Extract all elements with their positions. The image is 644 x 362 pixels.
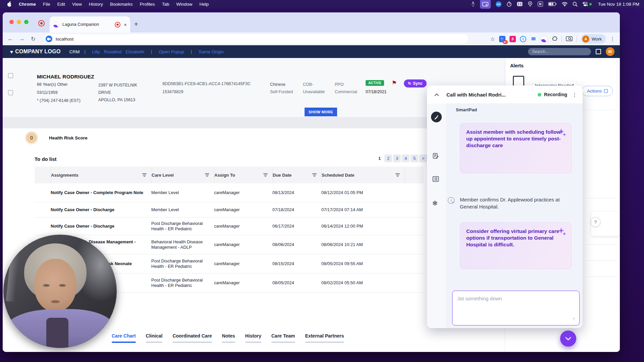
new-tab-button[interactable]: + — [134, 20, 138, 28]
browser-menu-icon[interactable]: ⋮ — [610, 36, 615, 42]
menubar-clock[interactable]: Tue Nov 18 1:08 PM — [598, 2, 639, 7]
menu-history[interactable]: History — [89, 2, 103, 7]
sync-button[interactable]: ↻ Sync — [404, 79, 427, 87]
search-tabs-icon[interactable] — [566, 36, 573, 42]
note-input[interactable] — [452, 291, 579, 314]
back-icon[interactable]: ← — [5, 36, 16, 42]
camera-permission-icon[interactable] — [46, 36, 52, 42]
nav-link-same-origin[interactable]: Same Origin — [199, 49, 224, 54]
browser-tab-active[interactable]: Laguna Companion × — [50, 16, 130, 33]
menu-bookmarks[interactable]: Bookmarks — [110, 2, 133, 7]
health-risk-score-circle: 0 — [25, 131, 38, 144]
header-assignments[interactable]: Assignments — [51, 167, 151, 183]
table-row[interactable]: Notify Case Owner - Complete Program Not… — [35, 183, 424, 202]
podcast-icon[interactable] — [528, 0, 533, 8]
filter-icon[interactable] — [395, 173, 400, 177]
page-1[interactable]: 1 — [376, 155, 383, 162]
user-avatar[interactable]: IR — [606, 47, 614, 56]
extension-1password-icon[interactable]: 1 — [520, 36, 526, 42]
nav-link-open-popup[interactable]: Open Popup — [159, 49, 184, 54]
filter-icon[interactable] — [205, 173, 209, 177]
form-list-icon[interactable] — [432, 176, 439, 182]
extension-mail-icon[interactable]: ✉ — [530, 36, 537, 42]
crm-app-label[interactable]: CRM — [69, 49, 80, 54]
nav-link-rosalind[interactable]: Rosalind — [104, 49, 122, 54]
ai-suggestion-card-2[interactable]: Consider offering virtual primary care o… — [460, 222, 572, 269]
menu-tab[interactable]: Tab — [162, 2, 169, 7]
tab-care-chart[interactable]: Care Chart — [108, 333, 139, 343]
tab-external-partners[interactable]: External Partners — [302, 333, 347, 343]
tab-clinical[interactable]: Clinical — [143, 333, 166, 343]
screen-share-icon[interactable] — [480, 0, 491, 9]
filter-icon[interactable] — [142, 173, 147, 177]
page-5[interactable]: 5 — [411, 155, 418, 162]
crm-search-input[interactable]: Search... — [528, 48, 591, 55]
reload-icon[interactable]: ↻ — [28, 36, 39, 43]
menu-help[interactable]: Help — [199, 2, 209, 7]
page-2[interactable]: 2 — [384, 155, 392, 162]
nav-link-lilly[interactable]: Lilly — [92, 49, 100, 54]
window-popout-icon[interactable] — [596, 49, 601, 54]
header-scheduled-date[interactable]: Scheduled Date — [321, 167, 405, 183]
smartpad-icon[interactable] — [431, 112, 442, 122]
webcam-video-overlay[interactable] — [3, 235, 117, 348]
nav-link-elizabeth[interactable]: Elizabeth — [125, 49, 144, 54]
table-row[interactable]: Notify Case Owner - Discharge Member Lev… — [35, 202, 424, 218]
collapse-chevron-up-icon[interactable] — [434, 93, 439, 96]
extensions-puzzle-icon[interactable] — [552, 36, 557, 42]
help-button[interactable]: ? — [591, 217, 600, 227]
notion-icon[interactable]: N — [538, 1, 543, 7]
note-edit-icon[interactable] — [432, 153, 439, 159]
minimize-window-button[interactable] — [17, 20, 21, 24]
profile-chip[interactable]: A Work — [581, 34, 606, 44]
bookmark-star-icon[interactable]: ☆ — [490, 36, 495, 42]
tab-notes[interactable]: Notes — [219, 333, 238, 343]
flag-icon[interactable]: ⚑ — [392, 79, 397, 86]
page-3[interactable]: 3 — [393, 155, 401, 162]
extension-blue-icon[interactable]: 9+ — [499, 36, 505, 42]
collapse-checkbox-top[interactable] — [8, 73, 13, 78]
menu-edit[interactable]: Edit — [57, 2, 65, 7]
menu-view[interactable]: View — [72, 2, 82, 7]
menu-window[interactable]: Window — [176, 2, 192, 7]
snowflake-asterisk-icon[interactable]: ✻ — [432, 199, 438, 207]
collapse-checkbox-bottom[interactable] — [8, 90, 13, 95]
wifi-icon[interactable] — [562, 0, 568, 8]
call-transcript-note: Member confirms Dr. Applewood practices … — [460, 196, 577, 210]
header-due-date[interactable]: Due Date — [272, 167, 321, 183]
close-window-button[interactable] — [9, 20, 14, 24]
filter-icon[interactable] — [263, 173, 268, 177]
list-widget-icon[interactable] — [517, 0, 523, 8]
control-center-icon[interactable] — [583, 0, 592, 8]
apple-menu-icon[interactable] — [7, 2, 12, 7]
page-next[interactable]: > — [419, 155, 427, 162]
tab-history[interactable]: History — [242, 333, 265, 343]
page-4[interactable]: 4 — [402, 155, 410, 162]
address-bar[interactable]: localhost — [44, 34, 468, 44]
show-more-button[interactable]: SHOW MORE — [305, 108, 337, 116]
send-arrow-icon[interactable]: ↑ — [573, 316, 576, 322]
fullscreen-window-button[interactable] — [24, 20, 29, 24]
zoom-app-icon[interactable]: zm — [496, 1, 501, 7]
microphone-icon[interactable] — [471, 0, 475, 8]
ai-suggestion-card-1[interactable]: Assist member with scheduling follow-up … — [460, 123, 572, 173]
actions-button[interactable]: Actions — [582, 86, 613, 96]
stopwatch-icon[interactable] — [506, 0, 512, 8]
header-care-level[interactable]: Care Level — [151, 167, 214, 183]
tab-close-icon[interactable]: × — [124, 22, 127, 27]
header-assign-to[interactable]: Assign To — [214, 167, 272, 183]
scroll-down-fab[interactable] — [560, 330, 576, 347]
spotlight-search-icon[interactable] — [573, 0, 578, 8]
tab-coordinated-care[interactable]: Coordinated Care — [169, 333, 215, 343]
table-row[interactable]: Notify Case Owner - Discharge Post Disch… — [35, 218, 424, 235]
tab-care-team[interactable]: Care Team — [268, 333, 299, 343]
menu-profiles[interactable]: Profiles — [140, 2, 155, 7]
company-logo[interactable]: ♥ COMPANY LOGO — [10, 49, 61, 55]
forward-icon[interactable]: → — [16, 36, 28, 42]
extension-pink-icon[interactable]: S — [509, 36, 516, 42]
extension-laguna-icon[interactable] — [541, 36, 548, 43]
menu-file[interactable]: File — [43, 2, 50, 7]
call-menu-icon[interactable]: ⋮ — [572, 92, 577, 98]
filter-icon[interactable] — [312, 173, 317, 177]
menu-chrome[interactable]: Chrome — [19, 2, 36, 7]
